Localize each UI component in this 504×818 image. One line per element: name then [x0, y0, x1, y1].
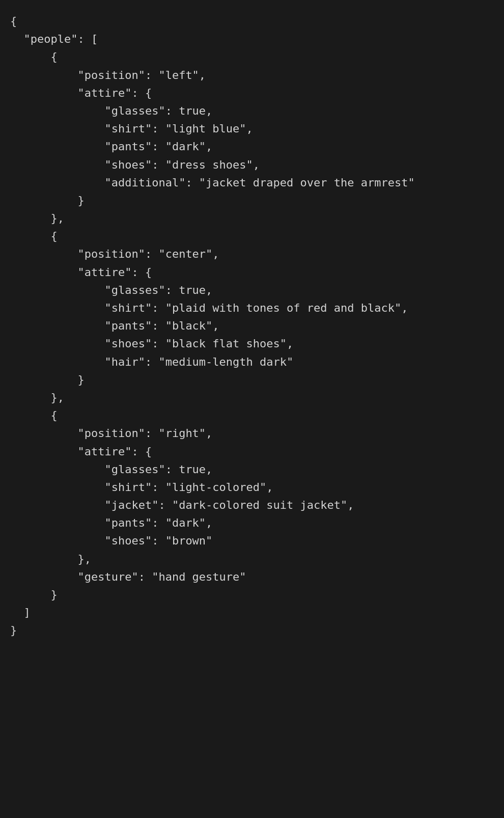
json-line: { "people": [ { "position": "left", "att…: [10, 15, 415, 637]
json-code-block: { "people": [ { "position": "left", "att…: [10, 12, 494, 640]
